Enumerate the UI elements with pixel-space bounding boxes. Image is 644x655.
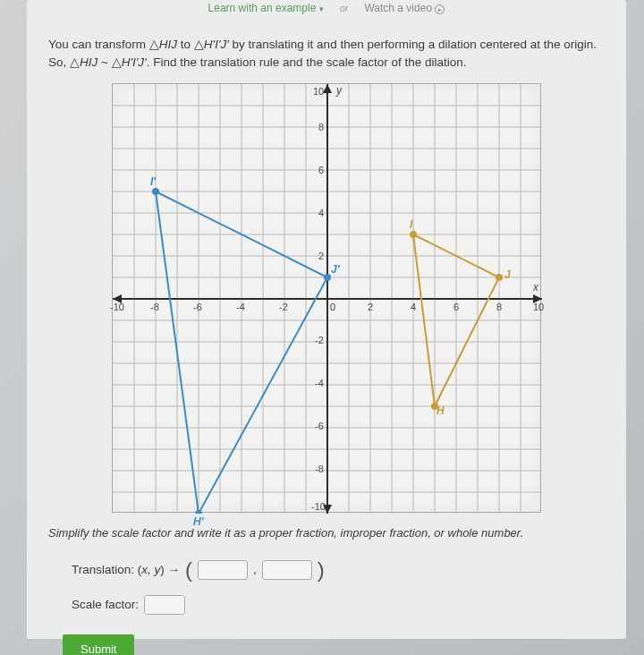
learn-example-link[interactable]: Learn with an example ▾ — [208, 2, 324, 14]
play-icon: ▸ — [435, 4, 445, 14]
tick-x: -8 — [150, 302, 159, 312]
comma: , — [253, 563, 257, 576]
scale-factor-input[interactable] — [144, 595, 185, 615]
translation-y-input[interactable] — [262, 560, 312, 580]
tick-y: -10 — [311, 501, 326, 512]
tick-y: 4 — [318, 208, 324, 218]
or-text: or — [340, 3, 349, 13]
svg-point-46 — [152, 188, 159, 195]
tick-x: -6 — [193, 302, 202, 312]
translation-row: Translation: (x, y) → ( , ) — [72, 557, 581, 583]
tick-x: -2 — [279, 302, 288, 312]
tick-y: -2 — [315, 335, 324, 345]
tick-x: 2 — [368, 302, 373, 312]
content-area: Learn with an example ▾ or Watch a video… — [27, 0, 626, 639]
svg-point-50 — [410, 231, 417, 238]
scale-factor-label: Scale factor: — [72, 598, 139, 611]
question-text: You can transform △HIJ to △H'I'J' by tra… — [27, 14, 626, 80]
tick-y: -6 — [315, 421, 324, 431]
chevron-down-icon: ▾ — [319, 4, 324, 13]
tick-x: 10 — [533, 302, 544, 312]
tick-x: 4 — [411, 302, 416, 312]
x-axis-label: x — [533, 281, 538, 293]
top-links: Learn with an example ▾ or Watch a video… — [27, 0, 626, 14]
point-I-label: I — [410, 218, 412, 231]
learn-text: Learn with an example — [208, 2, 317, 14]
open-paren: ( — [185, 557, 192, 583]
graph-svg — [113, 84, 542, 514]
tick-y: 8 — [318, 122, 324, 132]
tick-x: -4 — [236, 302, 245, 312]
tick-x: 0 — [330, 302, 335, 312]
point-Hprime-label: H' — [193, 515, 204, 528]
instruction-text: Simplify the scale factor and write it a… — [27, 513, 626, 550]
point-H-label: H — [436, 404, 445, 417]
tick-y: -8 — [315, 464, 324, 474]
translation-label: Translation: (x, y) → — [72, 563, 180, 576]
submit-button[interactable]: Submit — [63, 634, 134, 655]
tick-y: 6 — [318, 165, 324, 175]
watch-video-link[interactable]: Watch a video ▸ — [364, 2, 445, 14]
coordinate-graph: y x -10 -8 -6 -4 -2 0 2 4 6 8 10 -10 -8 … — [112, 83, 541, 513]
scale-factor-row: Scale factor: — [72, 595, 581, 615]
tick-x: 8 — [496, 302, 502, 312]
graph-container: y x -10 -8 -6 -4 -2 0 2 4 6 8 10 -10 -8 … — [27, 83, 626, 513]
point-Iprime-label: I' — [150, 175, 156, 188]
tick-x: -10 — [110, 302, 124, 312]
point-J-label: J — [504, 268, 511, 281]
tick-y: 10 — [313, 86, 324, 97]
tick-y: -4 — [315, 378, 324, 388]
tick-x: 6 — [453, 302, 459, 312]
close-paren: ) — [318, 557, 325, 583]
svg-marker-42 — [323, 84, 332, 93]
y-axis-label: y — [336, 84, 342, 97]
point-Jprime-label: J' — [331, 263, 340, 276]
tick-y: 2 — [318, 251, 324, 261]
svg-point-47 — [324, 274, 331, 281]
svg-point-51 — [496, 274, 503, 281]
answer-area: Translation: (x, y) → ( , ) Scale factor… — [27, 550, 626, 634]
watch-text: Watch a video — [364, 2, 432, 14]
translation-x-input[interactable] — [198, 560, 248, 580]
